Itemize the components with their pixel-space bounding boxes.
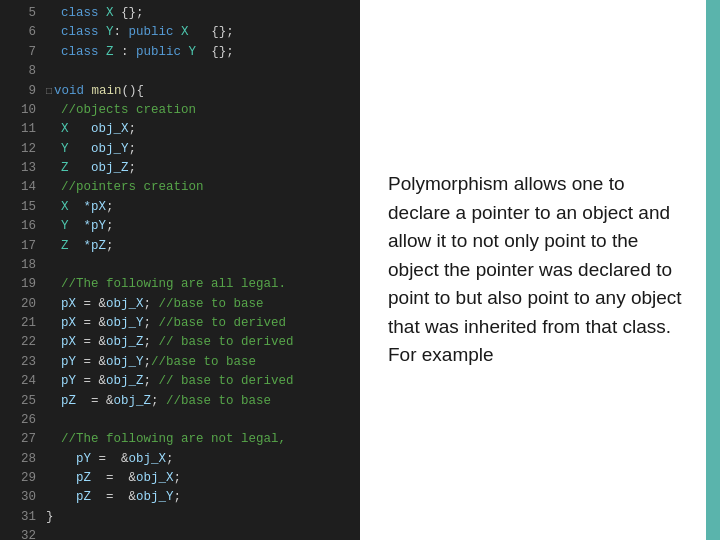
explanation-text: Polymorphism allows one to declare a poi… xyxy=(388,170,692,370)
code-line-14: 14 //pointers creation xyxy=(8,178,360,197)
code-line-10: 10 //objects creation xyxy=(8,101,360,120)
code-line-28: 28 pY = &obj_X; xyxy=(8,450,360,469)
code-line-22: 22 pX = &obj_Z; // base to derived xyxy=(8,333,360,352)
code-line-31: 31 } xyxy=(8,508,360,527)
code-line-18: 18 xyxy=(8,256,360,275)
code-line-15: 15 X *pX; xyxy=(8,198,360,217)
code-line-9: 9 □void main(){ xyxy=(8,82,360,101)
text-panel: Polymorphism allows one to declare a poi… xyxy=(360,0,720,540)
code-line-8: 8 xyxy=(8,62,360,81)
code-panel: 5 class X {}; 6 class Y: public X {}; 7 … xyxy=(0,0,360,540)
code-line-17: 17 Z *pZ; xyxy=(8,237,360,256)
code-line-24: 24 pY = &obj_Z; // base to derived xyxy=(8,372,360,391)
code-line-19: 19 //The following are all legal. xyxy=(8,275,360,294)
code-line-13: 13 Z obj_Z; xyxy=(8,159,360,178)
code-line-5: 5 class X {}; xyxy=(8,4,360,23)
code-content: 5 class X {}; 6 class Y: public X {}; 7 … xyxy=(0,0,360,540)
code-line-21: 21 pX = &obj_Y; //base to derived xyxy=(8,314,360,333)
code-line-7: 7 class Z : public Y {}; xyxy=(8,43,360,62)
code-line-29: 29 pZ = &obj_X; xyxy=(8,469,360,488)
code-line-32: 32 xyxy=(8,527,360,540)
code-line-16: 16 Y *pY; xyxy=(8,217,360,236)
code-line-27: 27 //The following are not legal, xyxy=(8,430,360,449)
code-line-11: 11 X obj_X; xyxy=(8,120,360,139)
code-line-25: 25 pZ = &obj_Z; //base to base xyxy=(8,392,360,411)
code-line-26: 26 xyxy=(8,411,360,430)
code-line-30: 30 pZ = &obj_Y; xyxy=(8,488,360,507)
code-line-12: 12 Y obj_Y; xyxy=(8,140,360,159)
code-line-20: 20 pX = &obj_X; //base to base xyxy=(8,295,360,314)
code-line-23: 23 pY = &obj_Y;//base to base xyxy=(8,353,360,372)
code-line-6: 6 class Y: public X {}; xyxy=(8,23,360,42)
